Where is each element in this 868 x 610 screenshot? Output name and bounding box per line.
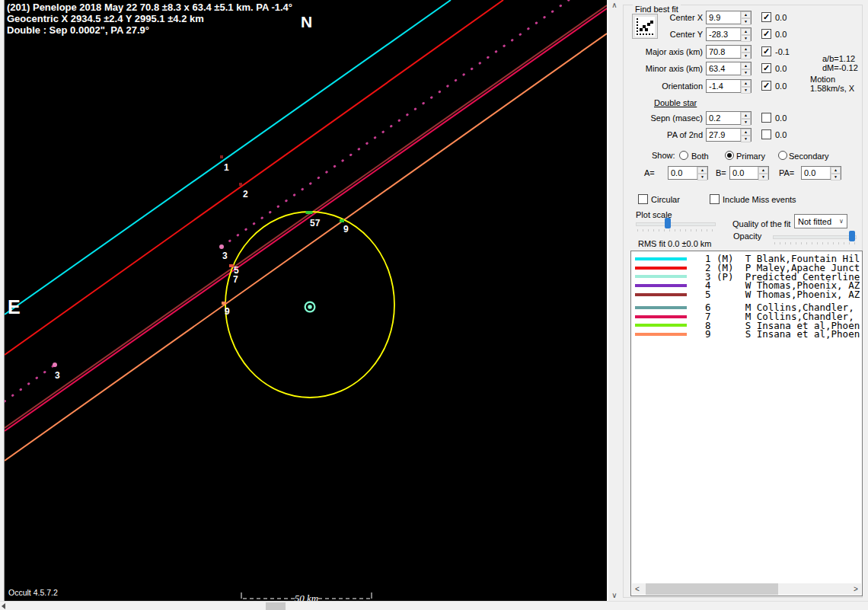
legend-line-swatch: [635, 267, 687, 270]
spinner-buttons[interactable]: ▲▼: [830, 167, 841, 179]
slider-track[interactable]: [636, 222, 716, 226]
opacity-label: Opacity: [733, 232, 761, 241]
spin-up-icon[interactable]: ▲: [741, 112, 751, 119]
spin-down-icon[interactable]: ▼: [758, 174, 768, 180]
spin-up-icon[interactable]: ▲: [741, 46, 751, 53]
show-radio-label: Both: [691, 152, 709, 161]
spin-up-icon[interactable]: ▲: [741, 80, 751, 87]
spin-up-icon[interactable]: ▲: [741, 28, 751, 35]
legend-line-swatch: [635, 306, 687, 309]
legend-item[interactable]: 5 W Thomas,Phoenix, AZ: [631, 290, 861, 299]
fit-field-checkbox[interactable]: ✓: [761, 46, 771, 56]
double-field-input[interactable]: 0.2▲▼: [706, 111, 752, 125]
spin-down-icon[interactable]: ▼: [741, 35, 751, 42]
spinner-buttons[interactable]: ▲▼: [740, 46, 751, 58]
spin-up-icon[interactable]: ▲: [741, 11, 751, 18]
abpa-input-2[interactable]: 0.0▲▼: [801, 166, 841, 180]
spinner-buttons[interactable]: ▲▼: [740, 129, 751, 141]
abpa-label: PA=: [779, 168, 794, 177]
spin-down-icon[interactable]: ▼: [741, 87, 751, 94]
chord-number-label: 57: [310, 218, 321, 228]
plot-scale-slider[interactable]: [636, 218, 716, 232]
fit-field-input[interactable]: 70.8▲▼: [706, 45, 752, 59]
legend-line-swatch: [635, 257, 687, 260]
spin-up-icon[interactable]: ▲: [697, 167, 707, 174]
legend-item[interactable]: 9 S Insana et al,Phoen: [631, 330, 861, 339]
opacity-slider-thumb[interactable]: [849, 231, 855, 241]
abpa-label: B=: [716, 168, 726, 177]
spinner-buttons[interactable]: ▲▼: [740, 28, 751, 40]
fit-field-checkbox[interactable]: ✓: [761, 12, 771, 22]
fit-field-input[interactable]: 63.4▲▼: [706, 62, 752, 75]
predicted-centerline-0: [5, 365, 55, 401]
spinner-buttons[interactable]: ▲▼: [758, 167, 768, 179]
opacity-slider[interactable]: [773, 231, 857, 244]
observer-legend-list[interactable]: 1 (M) T Blank,Fountain Hil2 (M) P Maley,…: [630, 251, 863, 596]
legend-line-swatch: [635, 275, 687, 278]
fit-field-checkbox[interactable]: ✓: [761, 81, 771, 91]
spin-down-icon[interactable]: ▼: [741, 18, 751, 25]
plot-vertical-scrollbar[interactable]: ∧ ∨: [607, 0, 621, 601]
spinner-buttons[interactable]: ▲▼: [740, 112, 751, 124]
spinner-buttons[interactable]: ▲▼: [740, 80, 751, 92]
scroll-left-icon[interactable]: [2, 603, 5, 609]
spin-up-icon[interactable]: ▲: [758, 167, 768, 174]
window-horizontal-scrollbar[interactable]: [0, 601, 868, 610]
fit-field-input[interactable]: -28.3▲▼: [706, 27, 752, 41]
spin-up-icon[interactable]: ▲: [741, 129, 751, 136]
include-miss-events-checkbox[interactable]: [710, 194, 720, 204]
scroll-down-icon[interactable]: ∨: [608, 591, 621, 600]
spin-down-icon[interactable]: ▼: [741, 136, 751, 142]
show-radio-primary[interactable]: [725, 151, 734, 160]
occultation-plot[interactable]: 1233575799(201) Penelope 2018 May 22 70.…: [5, 0, 607, 601]
fit-field-delta: 0.0: [775, 64, 787, 73]
quality-of-fit-dropdown[interactable]: Not fitted ∨: [794, 214, 847, 228]
spin-up-icon[interactable]: ▲: [831, 167, 841, 174]
fit-field-checkbox[interactable]: ✓: [761, 29, 771, 39]
double-field-input[interactable]: 27.9▲▼: [706, 128, 752, 142]
event-marker: [340, 219, 344, 222]
fit-field-input[interactable]: 9.9▲▼: [706, 11, 752, 24]
scroll-up-icon[interactable]: ∧: [608, 1, 621, 10]
fit-field-input-value: 9.9: [707, 13, 740, 22]
show-radio-secondary[interactable]: [778, 151, 787, 160]
double-field-checkbox[interactable]: [761, 129, 771, 139]
slider-ticks: [637, 229, 716, 232]
fit-field-input-value: -28.3: [707, 30, 740, 39]
spinner-buttons[interactable]: ▲▼: [740, 11, 751, 24]
spin-down-icon[interactable]: ▼: [697, 174, 707, 180]
spin-up-icon[interactable]: ▲: [741, 62, 751, 69]
chevron-down-icon: ∨: [836, 218, 847, 225]
event-marker: [306, 211, 313, 214]
legend-line-swatch: [635, 293, 687, 296]
spin-down-icon[interactable]: ▼: [741, 69, 751, 76]
legend-scrollbar-thumb[interactable]: [646, 583, 778, 595]
abpa-input-0[interactable]: 0.0▲▼: [668, 166, 708, 180]
fit-field-checkbox[interactable]: ✓: [761, 63, 771, 73]
abpa-input-1-value: 0.0: [730, 168, 758, 177]
fit-field-label: Center Y: [621, 30, 703, 39]
legend-horizontal-scrollbar[interactable]: < >: [632, 583, 861, 595]
fit-field-input[interactable]: -1.4▲▼: [706, 79, 752, 93]
spinner-buttons[interactable]: ▲▼: [697, 167, 707, 179]
spin-down-icon[interactable]: ▼: [831, 174, 841, 180]
spin-down-icon[interactable]: ▼: [741, 53, 751, 59]
spinner-buttons[interactable]: ▲▼: [740, 62, 751, 75]
double-field-checkbox[interactable]: [761, 113, 771, 123]
scroll-right-icon[interactable]: >: [850, 583, 861, 595]
show-radio-both[interactable]: [679, 151, 688, 160]
scroll-left-icon[interactable]: <: [632, 583, 643, 595]
abpa-label: A=: [644, 168, 655, 177]
circular-checkbox[interactable]: [638, 194, 648, 204]
abpa-input-1[interactable]: 0.0▲▼: [729, 166, 769, 180]
double-field-input-value: 0.2: [707, 113, 740, 123]
fit-field-label: Center X: [621, 13, 703, 22]
scale-bar-label: 50 km: [295, 592, 318, 601]
spin-down-icon[interactable]: ▼: [741, 119, 751, 126]
slider-track[interactable]: [773, 235, 857, 239]
event-marker: [220, 155, 223, 158]
fit-field-input-value: 70.8: [707, 47, 740, 56]
plot-scale-slider-thumb[interactable]: [665, 218, 671, 228]
abpa-input-0-value: 0.0: [669, 168, 697, 177]
horizontal-scrollbar-thumb[interactable]: [266, 602, 286, 610]
